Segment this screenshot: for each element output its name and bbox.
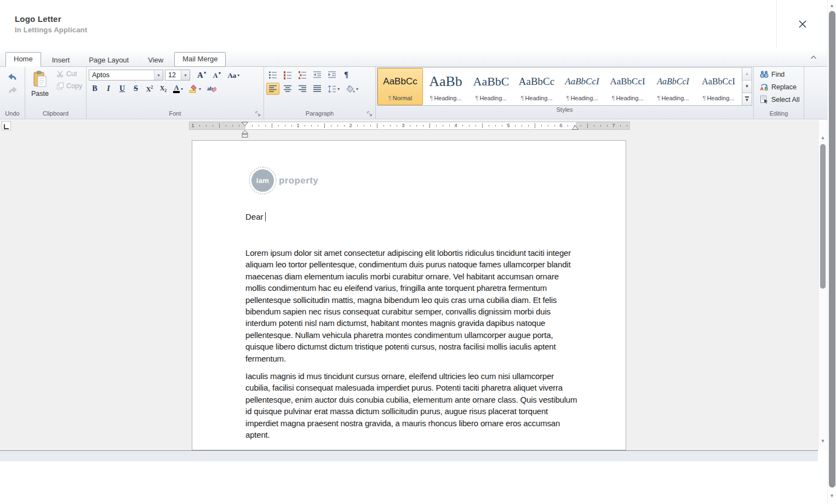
underline-button[interactable]: U	[116, 83, 128, 95]
logo-wordmark: property	[279, 175, 318, 186]
select-all-label: Select All	[771, 96, 799, 104]
page-scrollbar-thumb[interactable]	[829, 11, 835, 488]
style-item-normal-0[interactable]: AaBbCc¶Normal	[377, 68, 423, 105]
ruler-tick	[449, 125, 450, 127]
shrink-font-button[interactable]: A▼	[211, 69, 224, 81]
align-left-button[interactable]	[266, 83, 279, 95]
page-scroll-down-icon[interactable]: ▼	[828, 494, 836, 499]
ruler-tick	[259, 125, 259, 127]
styles-scroll-up-button[interactable]: ▲	[742, 68, 752, 81]
ruler-tick	[324, 123, 325, 128]
group-undo: Undo	[0, 67, 25, 119]
ruler-tick	[383, 125, 384, 127]
document-page[interactable]: iam property Dear Lorem ipsum dolor sit …	[192, 140, 626, 450]
shading-dropdown-icon: ▾	[356, 87, 358, 91]
font-color-button[interactable]: A ▾	[171, 83, 185, 95]
page-scrollbar: ▲ ▼	[827, 0, 836, 504]
align-right-button[interactable]	[296, 83, 309, 95]
ruler-number: 5	[507, 123, 509, 128]
paste-button[interactable]: Paste	[27, 68, 53, 105]
italic-button[interactable]: I	[102, 83, 114, 95]
style-item-heading-4[interactable]: AaBbCcI¶Heading...	[559, 68, 605, 105]
style-item-heading-2[interactable]: AaBbC¶Heading...	[468, 68, 514, 105]
tab-view[interactable]: View	[140, 53, 171, 67]
styles-gallery-expand-button[interactable]: ▼	[742, 93, 752, 105]
close-button[interactable]	[794, 16, 811, 32]
style-label: ¶Heading...	[566, 95, 598, 101]
change-case-button[interactable]: Aa ▾	[225, 69, 242, 81]
ribbon-tab-strip: HomeInsertPage LayoutViewMail Merge	[0, 48, 827, 67]
editor-scroll-up-icon[interactable]: ▲	[818, 135, 827, 140]
subscript-button[interactable]: X2	[157, 83, 169, 95]
highlight-button[interactable]: ▾	[187, 83, 203, 95]
ruler-number: 4	[454, 123, 457, 128]
editor-scrollbar-thumb[interactable]	[820, 144, 826, 289]
styles-gallery-items: AaBbCc¶NormalAaBb¶Heading...AaBbC¶Headin…	[377, 68, 742, 105]
close-region	[776, 0, 828, 48]
font-size-dropdown-icon[interactable]: ▾	[181, 70, 190, 80]
tab-insert[interactable]: Insert	[44, 53, 78, 67]
clear-formatting-button[interactable]: ab	[205, 83, 219, 95]
find-button[interactable]: Find	[758, 68, 801, 80]
style-label: ¶Heading...	[702, 95, 734, 101]
show-formatting-marks-button[interactable]: ¶	[340, 69, 352, 81]
line-spacing-dropdown-icon: ▾	[337, 87, 340, 91]
group-label-paragraph: Paragraph	[264, 110, 375, 119]
line-spacing-button[interactable]: ▾	[325, 83, 342, 95]
tab-home[interactable]: Home	[5, 52, 41, 67]
ruler-number: 2	[349, 123, 352, 128]
redo-button[interactable]	[5, 83, 20, 95]
ruler-tick	[462, 125, 463, 127]
tab-stop-selector[interactable]	[2, 121, 11, 130]
copy-button[interactable]: Copy	[55, 80, 84, 92]
font-size-combobox[interactable]: 12 ▾	[165, 70, 190, 81]
bold-button[interactable]: B	[89, 83, 101, 95]
style-item-heading-5[interactable]: AaBbCcI¶Heading...	[605, 68, 650, 105]
bold-icon: B	[92, 85, 97, 93]
multilevel-list-button[interactable]	[296, 69, 309, 81]
style-item-heading-3[interactable]: AaBbCc¶Heading...	[514, 68, 559, 105]
group-font: Aptos ▾ 12 ▾ A▲ A▼ Aa ▾	[87, 67, 264, 119]
strikethrough-button[interactable]: S	[130, 83, 142, 95]
company-logo: iam property	[251, 169, 318, 192]
cut-button[interactable]: Cut	[55, 68, 78, 80]
styles-scroll-down-button[interactable]: ▼	[742, 81, 752, 93]
style-item-heading-6[interactable]: AaBbCcI¶Heading...	[650, 68, 696, 105]
increase-indent-button[interactable]	[325, 69, 339, 81]
shading-button[interactable]: ▾	[343, 83, 360, 95]
undo-button[interactable]	[5, 70, 20, 82]
superscript-button[interactable]: X2	[144, 83, 156, 95]
replace-button[interactable]: AB Replace	[758, 81, 801, 93]
horizontal-ruler: 11234567	[189, 122, 630, 130]
numbered-list-button[interactable]	[281, 69, 294, 81]
ribbon-collapse-button[interactable]	[809, 53, 818, 62]
tab-mail-merge[interactable]: Mail Merge	[174, 52, 226, 67]
select-all-button[interactable]: Select All	[758, 94, 801, 105]
paste-icon	[32, 71, 48, 88]
copy-label: Copy	[66, 82, 82, 90]
font-family-combobox[interactable]: Aptos ▾	[89, 70, 163, 81]
ruler-tick	[587, 123, 588, 128]
bullet-list-button[interactable]	[266, 69, 279, 81]
style-item-heading-1[interactable]: AaBb¶Heading...	[423, 68, 468, 105]
page-scroll-up-icon[interactable]: ▲	[828, 3, 836, 8]
decrease-indent-button[interactable]	[311, 69, 324, 81]
ruler-tick	[443, 125, 443, 127]
first-line-indent-marker[interactable]	[241, 122, 249, 127]
grow-font-button[interactable]: A▲	[195, 69, 209, 81]
font-family-dropdown-icon[interactable]: ▾	[154, 70, 163, 80]
align-center-button[interactable]	[281, 83, 294, 95]
editor-scroll-down-icon[interactable]: ▼	[818, 439, 827, 444]
style-item-heading-7[interactable]: AaBbCcI¶Heading...	[696, 68, 741, 105]
font-size-value: 12	[165, 71, 181, 79]
hanging-indent-marker[interactable]	[241, 130, 249, 138]
tab-page-layout[interactable]: Page Layout	[81, 53, 137, 67]
ruler-tick	[476, 125, 476, 127]
ruler-tick	[594, 125, 594, 127]
justify-button[interactable]	[311, 83, 324, 95]
ruler-tick	[535, 123, 535, 128]
font-dialog-launcher[interactable]	[255, 111, 262, 117]
right-indent-marker[interactable]	[571, 125, 579, 130]
paragraph-dialog-launcher[interactable]	[367, 111, 374, 117]
shrink-font-icon: A▼	[213, 72, 222, 79]
